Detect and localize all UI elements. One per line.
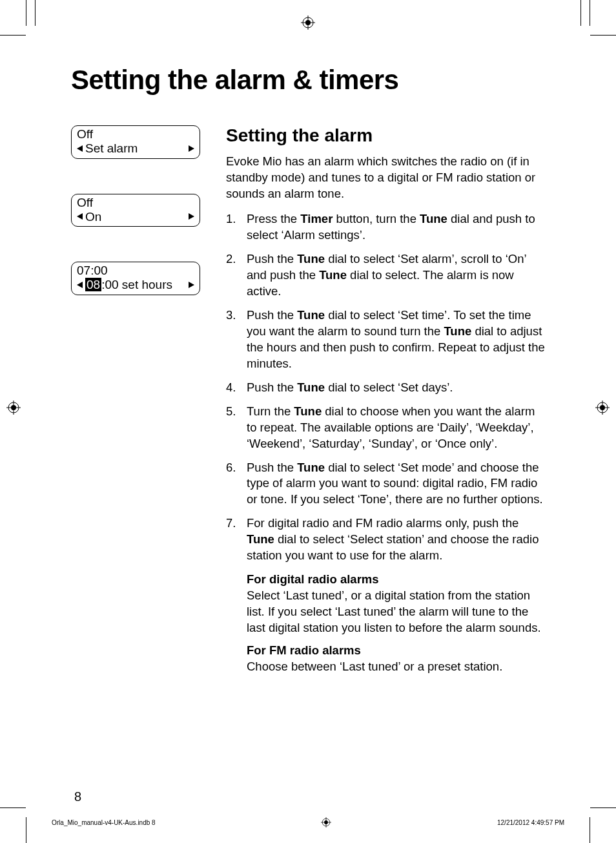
step-item: Push the Tune dial to select ‘Set alarm’… [226, 251, 545, 300]
crop-mark [580, 0, 581, 26]
step-item: Turn the Tune dial to choose when you wa… [226, 404, 545, 452]
registration-mark-icon [6, 401, 21, 415]
lcd-line2: Set alarm [85, 141, 138, 156]
crop-mark [590, 0, 590, 26]
step-item: Push the Tune dial to select ‘Set mode’ … [226, 460, 545, 508]
lcd-line1: Off [77, 127, 194, 141]
lcd-display-set-alarm: Off Set alarm [71, 125, 200, 159]
lcd-line2-rest: :00 set hours [101, 278, 172, 291]
arrow-right-icon [189, 213, 194, 220]
sub-digital-head: For digital radio alarms [247, 572, 379, 586]
sub-digital-body: Select ‘Last tuned’, or a digital statio… [247, 588, 541, 634]
footer-filename: Orla_Mio_manual-v4-UK-Aus.indb 8 [52, 819, 156, 826]
crop-mark [26, 817, 26, 843]
body-column: Setting the alarm Evoke Mio has an alarm… [226, 125, 545, 682]
arrow-left-icon [77, 213, 83, 220]
section-heading: Setting the alarm [226, 125, 545, 146]
lcd-highlight: 08 [85, 278, 101, 291]
arrow-right-icon [189, 145, 194, 152]
intro-paragraph: Evoke Mio has an alarm which switches th… [226, 154, 545, 202]
crop-mark [0, 35, 26, 36]
registration-mark-icon [595, 401, 610, 415]
crop-mark [35, 0, 36, 26]
lcd-line1: Off [77, 196, 194, 210]
step-item: Push the Tune dial to select ‘Set time’.… [226, 307, 545, 372]
footer-timestamp: 12/21/2012 4:49:57 PM [497, 819, 564, 826]
page-title: Setting the alarm & timers [71, 65, 545, 96]
crop-mark [26, 0, 26, 26]
crop-mark [590, 35, 616, 36]
sub-fm-body: Choose between ‘Last tuned’ or a preset … [247, 660, 502, 673]
crop-mark [0, 807, 26, 808]
sub-digital: For digital radio alarms Select ‘Last tu… [226, 572, 545, 636]
lcd-line1: 07:00 [77, 264, 194, 278]
step-item: Push the Tune dial to select ‘Set days’. [226, 380, 545, 396]
arrow-left-icon [77, 145, 83, 152]
lcd-display-on: Off On [71, 194, 200, 227]
step-item: Press the Timer button, turn the Tune di… [226, 211, 545, 244]
arrow-right-icon [189, 282, 194, 288]
registration-mark-icon [321, 817, 331, 827]
lcd-examples-column: Off Set alarm Off On 07:00 [71, 125, 200, 682]
registration-mark-icon [301, 16, 315, 30]
arrow-left-icon [77, 282, 83, 288]
sub-fm: For FM radio alarms Choose between ‘Last… [226, 643, 545, 675]
crop-mark [590, 817, 590, 843]
step-item: For digital radio and FM radio alarms on… [226, 515, 545, 564]
sub-fm-head: For FM radio alarms [247, 643, 361, 657]
print-footer: Orla_Mio_manual-v4-UK-Aus.indb 8 12/21/2… [52, 817, 564, 827]
page-number: 8 [74, 789, 81, 804]
lcd-display-set-hours: 07:00 08:00 set hours [71, 262, 200, 295]
crop-mark [590, 807, 616, 808]
lcd-line2: On [85, 210, 101, 224]
steps-list: Press the Timer button, turn the Tune di… [226, 211, 545, 564]
